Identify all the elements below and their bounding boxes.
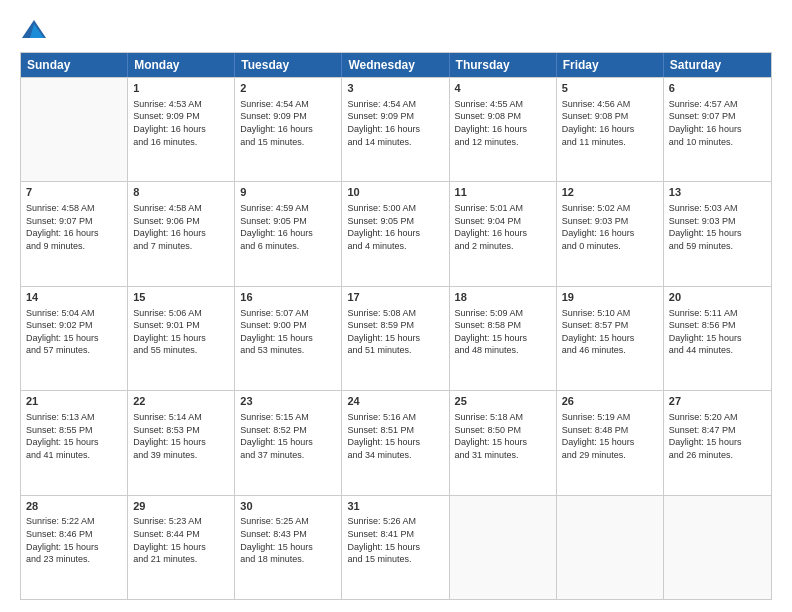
day-info: Sunrise: 5:15 AM Sunset: 8:52 PM Dayligh… <box>240 411 336 461</box>
day-number: 22 <box>133 394 229 409</box>
day-number: 3 <box>347 81 443 96</box>
day-cell: 6Sunrise: 4:57 AM Sunset: 9:07 PM Daylig… <box>664 78 771 181</box>
day-cell: 29Sunrise: 5:23 AM Sunset: 8:44 PM Dayli… <box>128 496 235 599</box>
day-info: Sunrise: 5:11 AM Sunset: 8:56 PM Dayligh… <box>669 307 766 357</box>
day-info: Sunrise: 4:56 AM Sunset: 9:08 PM Dayligh… <box>562 98 658 148</box>
day-info: Sunrise: 5:14 AM Sunset: 8:53 PM Dayligh… <box>133 411 229 461</box>
day-cell: 31Sunrise: 5:26 AM Sunset: 8:41 PM Dayli… <box>342 496 449 599</box>
day-info: Sunrise: 5:18 AM Sunset: 8:50 PM Dayligh… <box>455 411 551 461</box>
day-info: Sunrise: 4:55 AM Sunset: 9:08 PM Dayligh… <box>455 98 551 148</box>
day-cell: 16Sunrise: 5:07 AM Sunset: 9:00 PM Dayli… <box>235 287 342 390</box>
day-info: Sunrise: 5:06 AM Sunset: 9:01 PM Dayligh… <box>133 307 229 357</box>
calendar: SundayMondayTuesdayWednesdayThursdayFrid… <box>20 52 772 600</box>
day-number: 25 <box>455 394 551 409</box>
header-day: Wednesday <box>342 53 449 77</box>
day-number: 16 <box>240 290 336 305</box>
header-day: Tuesday <box>235 53 342 77</box>
day-info: Sunrise: 4:54 AM Sunset: 9:09 PM Dayligh… <box>240 98 336 148</box>
calendar-row: 28Sunrise: 5:22 AM Sunset: 8:46 PM Dayli… <box>21 495 771 599</box>
day-number: 30 <box>240 499 336 514</box>
header <box>20 16 772 44</box>
day-cell: 24Sunrise: 5:16 AM Sunset: 8:51 PM Dayli… <box>342 391 449 494</box>
day-info: Sunrise: 5:13 AM Sunset: 8:55 PM Dayligh… <box>26 411 122 461</box>
logo <box>20 16 52 44</box>
day-cell: 8Sunrise: 4:58 AM Sunset: 9:06 PM Daylig… <box>128 182 235 285</box>
day-cell: 23Sunrise: 5:15 AM Sunset: 8:52 PM Dayli… <box>235 391 342 494</box>
header-day: Thursday <box>450 53 557 77</box>
day-number: 11 <box>455 185 551 200</box>
day-number: 23 <box>240 394 336 409</box>
header-day: Sunday <box>21 53 128 77</box>
day-number: 13 <box>669 185 766 200</box>
day-info: Sunrise: 5:20 AM Sunset: 8:47 PM Dayligh… <box>669 411 766 461</box>
day-number: 15 <box>133 290 229 305</box>
empty-cell <box>450 496 557 599</box>
day-cell: 30Sunrise: 5:25 AM Sunset: 8:43 PM Dayli… <box>235 496 342 599</box>
day-number: 28 <box>26 499 122 514</box>
day-cell: 3Sunrise: 4:54 AM Sunset: 9:09 PM Daylig… <box>342 78 449 181</box>
day-number: 9 <box>240 185 336 200</box>
day-info: Sunrise: 5:10 AM Sunset: 8:57 PM Dayligh… <box>562 307 658 357</box>
day-info: Sunrise: 4:59 AM Sunset: 9:05 PM Dayligh… <box>240 202 336 252</box>
day-number: 31 <box>347 499 443 514</box>
day-cell: 9Sunrise: 4:59 AM Sunset: 9:05 PM Daylig… <box>235 182 342 285</box>
day-info: Sunrise: 5:16 AM Sunset: 8:51 PM Dayligh… <box>347 411 443 461</box>
day-cell: 5Sunrise: 4:56 AM Sunset: 9:08 PM Daylig… <box>557 78 664 181</box>
day-number: 10 <box>347 185 443 200</box>
day-number: 20 <box>669 290 766 305</box>
day-number: 19 <box>562 290 658 305</box>
day-info: Sunrise: 4:57 AM Sunset: 9:07 PM Dayligh… <box>669 98 766 148</box>
day-info: Sunrise: 4:54 AM Sunset: 9:09 PM Dayligh… <box>347 98 443 148</box>
day-cell: 18Sunrise: 5:09 AM Sunset: 8:58 PM Dayli… <box>450 287 557 390</box>
day-info: Sunrise: 5:26 AM Sunset: 8:41 PM Dayligh… <box>347 515 443 565</box>
day-number: 24 <box>347 394 443 409</box>
page: SundayMondayTuesdayWednesdayThursdayFrid… <box>0 0 792 612</box>
day-info: Sunrise: 5:00 AM Sunset: 9:05 PM Dayligh… <box>347 202 443 252</box>
day-cell: 20Sunrise: 5:11 AM Sunset: 8:56 PM Dayli… <box>664 287 771 390</box>
day-number: 21 <box>26 394 122 409</box>
day-cell: 17Sunrise: 5:08 AM Sunset: 8:59 PM Dayli… <box>342 287 449 390</box>
day-number: 12 <box>562 185 658 200</box>
day-cell: 2Sunrise: 4:54 AM Sunset: 9:09 PM Daylig… <box>235 78 342 181</box>
calendar-row: 21Sunrise: 5:13 AM Sunset: 8:55 PM Dayli… <box>21 390 771 494</box>
calendar-header: SundayMondayTuesdayWednesdayThursdayFrid… <box>21 53 771 77</box>
day-info: Sunrise: 4:58 AM Sunset: 9:06 PM Dayligh… <box>133 202 229 252</box>
day-cell: 21Sunrise: 5:13 AM Sunset: 8:55 PM Dayli… <box>21 391 128 494</box>
calendar-body: 1Sunrise: 4:53 AM Sunset: 9:09 PM Daylig… <box>21 77 771 599</box>
day-info: Sunrise: 5:25 AM Sunset: 8:43 PM Dayligh… <box>240 515 336 565</box>
header-day: Monday <box>128 53 235 77</box>
day-cell: 4Sunrise: 4:55 AM Sunset: 9:08 PM Daylig… <box>450 78 557 181</box>
day-cell: 26Sunrise: 5:19 AM Sunset: 8:48 PM Dayli… <box>557 391 664 494</box>
day-cell: 12Sunrise: 5:02 AM Sunset: 9:03 PM Dayli… <box>557 182 664 285</box>
day-number: 26 <box>562 394 658 409</box>
day-cell: 27Sunrise: 5:20 AM Sunset: 8:47 PM Dayli… <box>664 391 771 494</box>
day-info: Sunrise: 5:08 AM Sunset: 8:59 PM Dayligh… <box>347 307 443 357</box>
day-info: Sunrise: 4:53 AM Sunset: 9:09 PM Dayligh… <box>133 98 229 148</box>
day-cell: 11Sunrise: 5:01 AM Sunset: 9:04 PM Dayli… <box>450 182 557 285</box>
day-info: Sunrise: 5:04 AM Sunset: 9:02 PM Dayligh… <box>26 307 122 357</box>
calendar-row: 7Sunrise: 4:58 AM Sunset: 9:07 PM Daylig… <box>21 181 771 285</box>
day-number: 29 <box>133 499 229 514</box>
day-info: Sunrise: 5:19 AM Sunset: 8:48 PM Dayligh… <box>562 411 658 461</box>
calendar-row: 1Sunrise: 4:53 AM Sunset: 9:09 PM Daylig… <box>21 77 771 181</box>
day-info: Sunrise: 5:03 AM Sunset: 9:03 PM Dayligh… <box>669 202 766 252</box>
day-cell: 19Sunrise: 5:10 AM Sunset: 8:57 PM Dayli… <box>557 287 664 390</box>
day-info: Sunrise: 5:22 AM Sunset: 8:46 PM Dayligh… <box>26 515 122 565</box>
day-number: 2 <box>240 81 336 96</box>
day-number: 17 <box>347 290 443 305</box>
day-info: Sunrise: 5:23 AM Sunset: 8:44 PM Dayligh… <box>133 515 229 565</box>
day-number: 6 <box>669 81 766 96</box>
day-cell: 28Sunrise: 5:22 AM Sunset: 8:46 PM Dayli… <box>21 496 128 599</box>
header-day: Friday <box>557 53 664 77</box>
day-number: 5 <box>562 81 658 96</box>
day-number: 14 <box>26 290 122 305</box>
logo-icon <box>20 16 48 44</box>
day-info: Sunrise: 5:01 AM Sunset: 9:04 PM Dayligh… <box>455 202 551 252</box>
day-cell: 13Sunrise: 5:03 AM Sunset: 9:03 PM Dayli… <box>664 182 771 285</box>
header-day: Saturday <box>664 53 771 77</box>
empty-cell <box>557 496 664 599</box>
day-cell: 7Sunrise: 4:58 AM Sunset: 9:07 PM Daylig… <box>21 182 128 285</box>
day-cell: 10Sunrise: 5:00 AM Sunset: 9:05 PM Dayli… <box>342 182 449 285</box>
day-number: 27 <box>669 394 766 409</box>
day-info: Sunrise: 5:02 AM Sunset: 9:03 PM Dayligh… <box>562 202 658 252</box>
